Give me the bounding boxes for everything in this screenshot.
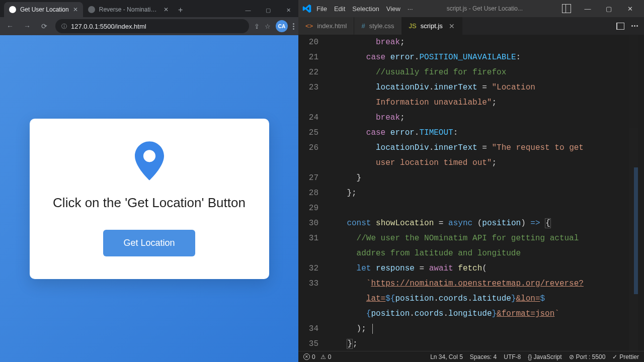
status-errors[interactable]: ✕0 bbox=[303, 353, 315, 360]
status-cursor-position[interactable]: Ln 34, Col 5 bbox=[430, 353, 463, 360]
browser-titlebar: Get User Location ✕ Reverse - Nominatim … bbox=[0, 0, 298, 17]
location-pin-icon bbox=[135, 141, 164, 183]
vscode-titlebar: File Edit Selection View ··· script.js -… bbox=[298, 0, 644, 17]
new-tab-button[interactable]: + bbox=[174, 3, 188, 17]
tab-close-icon[interactable]: ✕ bbox=[449, 22, 455, 30]
split-editor-icon[interactable] bbox=[616, 23, 624, 30]
url-input[interactable] bbox=[71, 23, 243, 30]
html-file-icon: <> bbox=[305, 22, 313, 30]
code-editor[interactable]: 20212223242526272829303132333435 break; … bbox=[298, 35, 644, 351]
vscode-window: File Edit Selection View ··· script.js -… bbox=[298, 0, 644, 362]
vscode-menu: File Edit Selection View ··· bbox=[316, 5, 413, 13]
browser-menu-icon[interactable] bbox=[293, 23, 294, 30]
js-file-icon: JS bbox=[409, 22, 417, 30]
maximize-button[interactable]: ▢ bbox=[599, 2, 619, 16]
status-prettier[interactable]: ✓ Prettier bbox=[612, 353, 639, 360]
editor-tab-script-js[interactable]: JS script.js ✕ bbox=[402, 17, 462, 35]
status-language[interactable]: {} JavaScript bbox=[528, 353, 561, 360]
close-button[interactable]: ✕ bbox=[278, 3, 298, 17]
location-card: Click on the 'Get Location' Button Get L… bbox=[30, 119, 269, 279]
window-controls: — ▢ ✕ bbox=[238, 3, 298, 17]
browser-tab-active[interactable]: Get User Location ✕ bbox=[4, 2, 83, 17]
menu-view[interactable]: View bbox=[386, 5, 400, 13]
minimize-button[interactable]: — bbox=[238, 3, 258, 17]
share-icon[interactable]: ⇪ bbox=[254, 23, 260, 30]
tab-label: Get User Location bbox=[20, 6, 69, 13]
menu-selection[interactable]: Selection bbox=[352, 5, 379, 13]
vscode-window-controls: — ▢ ✕ bbox=[556, 2, 640, 16]
browser-tabs: Get User Location ✕ Reverse - Nominatim … bbox=[0, 0, 238, 17]
status-indentation[interactable]: Spaces: 4 bbox=[470, 353, 497, 360]
toolbar-icons: ⇪ ☆ CA bbox=[254, 20, 294, 32]
window-title: script.js - Get User Locatio... bbox=[413, 5, 556, 12]
favicon-icon bbox=[88, 6, 95, 13]
close-button[interactable]: ✕ bbox=[620, 2, 640, 16]
more-actions-icon[interactable] bbox=[631, 25, 638, 27]
line-number-gutter: 20212223242526272829303132333435 bbox=[298, 35, 328, 351]
browser-tab[interactable]: Reverse - Nominatim 4.0.1 ✕ bbox=[83, 2, 174, 17]
status-encoding[interactable]: UTF-8 bbox=[504, 353, 521, 360]
editor-tab-style-css[interactable]: # style.css bbox=[354, 17, 401, 35]
tab-label: index.html bbox=[317, 22, 347, 30]
menu-more[interactable]: ··· bbox=[408, 5, 413, 13]
minimap[interactable] bbox=[629, 35, 638, 351]
reload-button[interactable]: ⟳ bbox=[38, 20, 50, 32]
bookmark-icon[interactable]: ☆ bbox=[265, 23, 271, 30]
status-bar: ✕0 ⚠0 Ln 34, Col 5 Spaces: 4 UTF-8 {} Ja… bbox=[298, 351, 644, 362]
layout-button[interactable] bbox=[556, 2, 577, 16]
browser-window: Get User Location ✕ Reverse - Nominatim … bbox=[0, 0, 298, 362]
maximize-button[interactable]: ▢ bbox=[258, 3, 278, 17]
tab-label: style.css bbox=[369, 22, 394, 30]
code-content[interactable]: break; case error.POSITION_UNAVAILABLE: … bbox=[328, 35, 644, 351]
vscode-logo-icon bbox=[302, 4, 311, 13]
status-warnings[interactable]: ⚠0 bbox=[320, 353, 332, 360]
site-info-icon[interactable]: ⓘ bbox=[61, 23, 67, 30]
tab-label: Reverse - Nominatim 4.0.1 bbox=[99, 6, 159, 13]
tabbar-actions bbox=[610, 17, 644, 35]
forward-button[interactable]: → bbox=[21, 20, 33, 32]
card-heading: Click on the 'Get Location' Button bbox=[53, 195, 246, 211]
get-location-button[interactable]: Get Location bbox=[103, 230, 195, 256]
editor-tab-index-html[interactable]: <> index.html bbox=[298, 17, 354, 35]
browser-toolbar: ← → ⟳ ⓘ ⇪ ☆ CA bbox=[0, 17, 298, 35]
menu-edit[interactable]: Edit bbox=[334, 5, 345, 13]
tab-close-icon[interactable]: ✕ bbox=[73, 6, 78, 13]
back-button[interactable]: ← bbox=[4, 20, 16, 32]
tab-label: script.js bbox=[421, 22, 443, 30]
favicon-icon bbox=[9, 6, 16, 13]
editor-tabs: <> index.html # style.css JS script.js ✕ bbox=[298, 17, 644, 35]
status-port[interactable]: ⊘ Port : 5500 bbox=[569, 353, 606, 360]
menu-file[interactable]: File bbox=[316, 5, 327, 13]
css-file-icon: # bbox=[361, 22, 365, 30]
address-bar[interactable]: ⓘ bbox=[55, 19, 249, 33]
minimize-button[interactable]: — bbox=[578, 2, 598, 16]
profile-avatar[interactable]: CA bbox=[276, 20, 288, 32]
page-viewport: Click on the 'Get Location' Button Get L… bbox=[0, 35, 298, 362]
tab-close-icon[interactable]: ✕ bbox=[164, 6, 169, 13]
